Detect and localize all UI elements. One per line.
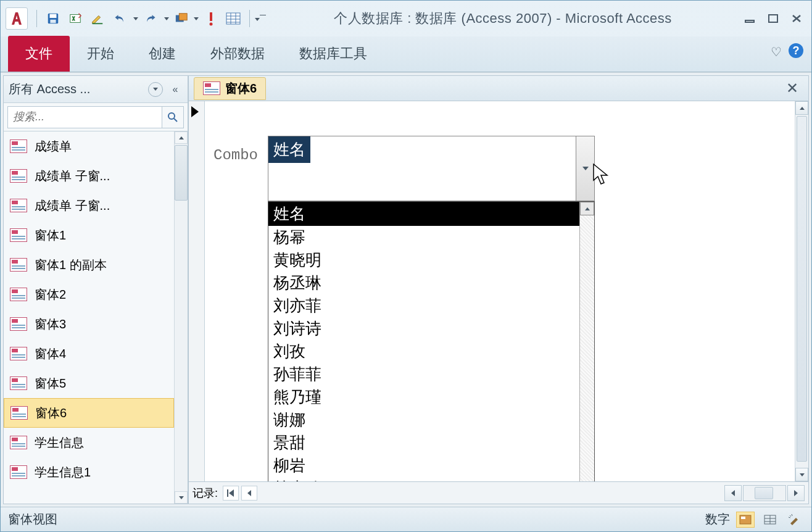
search-input[interactable]: [7, 106, 162, 128]
tab-external[interactable]: 外部数据: [193, 36, 282, 72]
cursor-icon: [592, 163, 610, 185]
nav-item[interactable]: 窗体1 的副本: [4, 250, 174, 280]
nav-item[interactable]: 成绩单 子窗...: [4, 191, 174, 220]
heart-icon[interactable]: ♡: [771, 44, 782, 59]
nav-item[interactable]: 窗体5: [4, 368, 174, 398]
qat-separator-2: [249, 10, 250, 27]
switch-window-dropdown[interactable]: [193, 8, 200, 29]
form-view-button[interactable]: [736, 512, 755, 528]
redo-dropdown[interactable]: [163, 8, 170, 29]
dropdown-header[interactable]: 姓名: [268, 202, 594, 226]
nav-item[interactable]: 成绩单 子窗...: [4, 161, 174, 191]
nav-header[interactable]: 所有 Access ... «: [4, 76, 188, 103]
scroll-down-button[interactable]: [175, 491, 188, 504]
document-tab-label: 窗体6: [225, 80, 257, 97]
nav-item[interactable]: 窗体4: [4, 339, 174, 368]
svg-rect-16: [769, 15, 777, 22]
document-tab[interactable]: 窗体6: [194, 77, 266, 100]
combo-box[interactable]: 姓名: [268, 136, 595, 201]
nav-list: 成绩单成绩单 子窗...成绩单 子窗...窗体1窗体1 的副本窗体2窗体3窗体4…: [4, 131, 188, 504]
alert-icon[interactable]: [200, 8, 222, 29]
tab-create[interactable]: 创建: [131, 36, 193, 72]
help-button[interactable]: ?: [788, 43, 804, 61]
hscroll-right[interactable]: [787, 485, 805, 501]
dropdown-scroll-up[interactable]: [580, 202, 594, 215]
svg-line-20: [174, 118, 177, 122]
form-icon: [10, 347, 27, 360]
nav-item-label: 窗体6: [35, 405, 67, 422]
dropdown-item[interactable]: 黄晓明: [268, 249, 594, 272]
record-label: 记录:: [193, 486, 218, 501]
nav-filter-dropdown[interactable]: [148, 82, 163, 97]
undo-group: [109, 8, 139, 29]
form-icon: [10, 436, 27, 449]
nav-item[interactable]: 学生信息: [4, 428, 174, 457]
nav-item[interactable]: 成绩单: [4, 131, 174, 161]
dropdown-item[interactable]: 刘诗诗: [268, 317, 594, 340]
dropdown-item[interactable]: 刘亦菲: [268, 294, 594, 317]
nav-scrollbar[interactable]: [174, 131, 188, 504]
prev-record-button[interactable]: [241, 486, 257, 501]
nav-item-label: 窗体1: [35, 227, 66, 244]
form-icon: [10, 465, 27, 479]
record-selector[interactable]: [189, 101, 205, 481]
hscroll-thumb[interactable]: [755, 487, 773, 499]
search-button[interactable]: [162, 106, 184, 128]
form-icon: [10, 376, 27, 390]
dropdown-item[interactable]: 谢娜: [268, 409, 594, 431]
dropdown-item[interactable]: 杨幂: [268, 226, 594, 249]
document-vscrollbar[interactable]: [795, 101, 808, 481]
qat-separator: [36, 10, 37, 27]
dropdown-scrollbar[interactable]: [579, 202, 594, 482]
document-close-button[interactable]: ✕: [781, 80, 803, 97]
nav-item-label: 成绩单 子窗...: [35, 197, 110, 214]
document-area: 窗体6 ✕ Combo 姓名 姓名 杨幂黄晓明杨丞琳刘亦: [188, 75, 809, 504]
qat-customize[interactable]: [255, 8, 266, 29]
design-view-button[interactable]: [785, 512, 804, 528]
maximize-button[interactable]: [763, 11, 783, 26]
nav-item[interactable]: 学生信息1: [4, 457, 174, 487]
nav-item[interactable]: 窗体2: [4, 280, 174, 309]
svg-rect-15: [745, 20, 754, 22]
quick-edit-button[interactable]: [86, 8, 109, 29]
combo-dropdown-button[interactable]: [576, 136, 594, 201]
switch-window-button[interactable]: [170, 8, 193, 29]
tab-dbtools[interactable]: 数据库工具: [282, 36, 384, 72]
tab-home[interactable]: 开始: [70, 36, 131, 72]
undo-dropdown[interactable]: [132, 8, 139, 29]
dropdown-scroll-track[interactable]: [580, 215, 594, 482]
form-canvas: Combo 姓名 姓名 杨幂黄晓明杨丞琳刘亦菲刘诗诗刘孜孙菲菲熊乃瑾谢娜景甜柳岩…: [188, 101, 809, 482]
undo-button[interactable]: [109, 8, 131, 29]
dropdown-item[interactable]: 景甜: [268, 431, 594, 454]
titlebar: 个人数据库 : 数据库 (Access 2007) - Microsoft Ac…: [1, 1, 811, 36]
datasheet-button[interactable]: [222, 8, 244, 29]
dropdown-item[interactable]: 杨丞琳: [268, 272, 594, 294]
nav-collapse-button[interactable]: «: [168, 82, 183, 97]
close-button[interactable]: [787, 11, 806, 26]
nav-item[interactable]: 窗体1: [4, 220, 174, 250]
hscroll-track[interactable]: [743, 485, 786, 501]
tab-file[interactable]: 文件: [8, 36, 70, 72]
hscroll-left[interactable]: [724, 485, 742, 501]
scroll-up-button[interactable]: [175, 131, 188, 144]
save-button[interactable]: [42, 8, 64, 29]
vscroll-up[interactable]: [795, 101, 808, 115]
excel-export-button[interactable]: [64, 8, 86, 29]
minimize-button[interactable]: [740, 11, 760, 26]
dropdown-item[interactable]: 柳岩: [268, 454, 594, 477]
nav-item[interactable]: 窗体6: [4, 398, 174, 428]
first-record-button[interactable]: [223, 486, 239, 501]
dropdown-item[interactable]: 熊乃瑾: [268, 386, 594, 409]
datasheet-view-button[interactable]: [761, 512, 779, 528]
app-window: 个人数据库 : 数据库 (Access 2007) - Microsoft Ac…: [0, 0, 812, 532]
dropdown-item[interactable]: 刘孜: [268, 340, 594, 363]
dropdown-item[interactable]: 林志玲: [268, 477, 594, 482]
redo-button[interactable]: [139, 8, 162, 29]
app-icon[interactable]: [6, 7, 28, 30]
vscroll-down[interactable]: [795, 468, 808, 481]
dropdown-item[interactable]: 孙菲菲: [268, 363, 594, 386]
nav-item[interactable]: 窗体3: [4, 309, 174, 339]
combo-selected-value: 姓名: [268, 136, 310, 163]
scroll-thumb[interactable]: [175, 145, 188, 201]
vscroll-thumb[interactable]: [797, 116, 807, 462]
